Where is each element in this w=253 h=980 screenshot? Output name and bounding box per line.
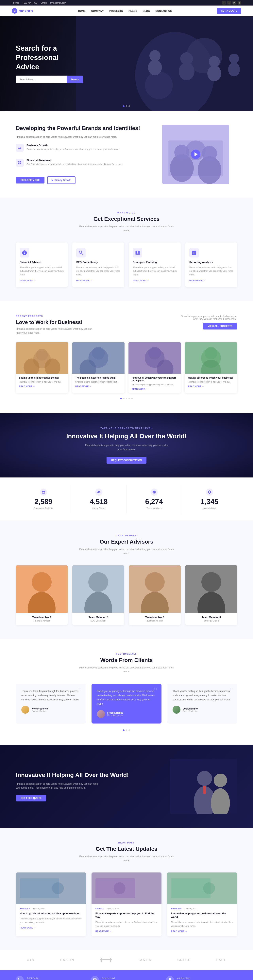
services-header: WHAT WE DO Get Exceptional Services Fina…: [16, 212, 237, 232]
facebook-icon[interactable]: f: [222, 1, 226, 5]
projects-right-text: Financial experts support to help you to…: [178, 315, 237, 320]
team-header: TEAM MEMBER Our Expert Advisors Financia…: [16, 534, 237, 555]
strategy-icon: [133, 248, 143, 258]
svg-point-41: [32, 572, 51, 592]
team-member-1: Team Member 1 Financial Advisor: [16, 565, 67, 625]
project-link-2[interactable]: READ MORE →: [75, 385, 122, 388]
project-info-3: Find out all which way you can support o…: [128, 374, 181, 393]
testimonial-2-text: Thank you for putting us through the bus…: [97, 689, 156, 706]
hero-search-input[interactable]: [16, 76, 67, 83]
logo[interactable]: M mexpro: [12, 8, 33, 14]
linkedin-icon[interactable]: li: [238, 1, 241, 5]
project-desc-3: Financial experts support to help you to…: [131, 383, 178, 386]
get-free-quote-button[interactable]: GET FREE QUOTE: [16, 795, 46, 802]
project-title-1: Setting up the right creative theme!: [19, 377, 65, 379]
play-button[interactable]: [191, 150, 200, 159]
about-features: Business Growth Financial experts suppor…: [16, 144, 150, 171]
proj-dot-1[interactable]: [120, 398, 122, 399]
hero-search-button[interactable]: Search: [67, 76, 83, 83]
project-card-2: FINANCE The Financial experts creative t…: [72, 342, 125, 393]
testimonial-2-role: Marketing Director: [107, 714, 123, 716]
footer-address-label: Visit Our Office: [177, 977, 200, 979]
project-image-3: BRANDING: [128, 342, 181, 374]
nav-contact[interactable]: Contact Us: [155, 10, 172, 13]
feature-1-title: Business Growth: [27, 144, 119, 147]
testimonials-title: Words From Clients: [16, 657, 237, 663]
cta-mid-section: TAKE YOUR BRANDS TO NEXT LEVEL Innovativ…: [0, 413, 253, 477]
hero-dot-3[interactable]: [128, 105, 130, 107]
blog-link-3[interactable]: READ MORE →: [171, 930, 233, 932]
request-consultation-button[interactable]: REQUEST CONSULTATION: [107, 457, 146, 464]
test-dot-3[interactable]: [128, 729, 130, 731]
footer-cta-address-text: Visit Our Office 123 To The Avenue: [177, 977, 200, 980]
project-title-2: The Financial experts creative them!: [75, 377, 122, 379]
blog-image-2: [91, 872, 162, 904]
blog-link-2[interactable]: READ MORE →: [96, 930, 158, 932]
brand-logo-1: G+N: [27, 958, 34, 962]
view-all-projects-button[interactable]: VIEW ALL PROJECTS: [203, 323, 237, 329]
proj-dot-2[interactable]: [123, 398, 125, 399]
nav-blog[interactable]: Blog: [143, 10, 150, 13]
svg-rect-57: [203, 786, 206, 794]
svg-rect-69: [110, 958, 111, 962]
stat-1-number: 2,589: [20, 498, 67, 506]
blog-subtitle: Financial experts support to help you to…: [77, 854, 176, 862]
instagram-icon[interactable]: in: [232, 1, 236, 5]
project-image-4: COMPANY: [185, 342, 237, 374]
hero-background-image: [76, 16, 253, 111]
project-link-3[interactable]: READ MORE →: [131, 388, 178, 390]
project-link-4[interactable]: READ MORE →: [188, 385, 234, 388]
hero-content: Search for a Professional Advice Search: [0, 44, 99, 83]
team-member-3-name: Team Member 3: [132, 616, 178, 619]
testimonial-3-avatar: [173, 706, 181, 714]
svg-rect-13: [20, 161, 21, 162]
team-member-2-info: Team Member 2 SEO Consultant: [72, 612, 124, 625]
team-member-1-role: Financial Advisor: [19, 619, 64, 622]
stat-2-number: 4,518: [75, 498, 122, 506]
svg-rect-12: [18, 161, 19, 162]
test-dot-2[interactable]: [126, 729, 127, 731]
blog-tag: BLOG POST: [16, 842, 237, 844]
svg-point-5: [149, 50, 160, 61]
proj-dot-3[interactable]: [126, 398, 127, 399]
service-3-link[interactable]: READ MORE →: [133, 279, 177, 282]
nav-projects[interactable]: Projects: [109, 10, 123, 13]
phone-label: Phone:: [12, 2, 19, 4]
svg-point-66: [203, 882, 215, 894]
projects-grid: BUSINESS Setting up the right creative t…: [16, 342, 237, 393]
stat-1-label: Completed Projects: [20, 507, 67, 509]
services-section: WHAT WE DO Get Exceptional Services Fina…: [0, 198, 253, 301]
service-1-link[interactable]: READ MORE →: [20, 279, 64, 282]
service-2-link[interactable]: READ MORE →: [76, 279, 120, 282]
stat-4-number: 1,345: [186, 498, 233, 506]
about-buttons: EXPLORE MORE ▶ Sidney Growth: [16, 177, 150, 184]
projects-header-left: RECENT PROJECTS Love to Work for Busines…: [16, 315, 95, 335]
explore-more-button[interactable]: EXPLORE MORE: [16, 177, 45, 183]
hero-dot-2[interactable]: [126, 105, 127, 107]
project-link-1[interactable]: READ MORE →: [19, 385, 65, 388]
cta-tag: TAKE YOUR BRANDS TO NEXT LEVEL: [16, 427, 237, 430]
team-member-2: Team Member 2 SEO Consultant: [72, 565, 124, 625]
nav-company[interactable]: Company: [91, 10, 104, 13]
service-4-link[interactable]: READ MORE →: [189, 279, 233, 282]
proj-dot-4[interactable]: [128, 398, 130, 399]
test-dot-1[interactable]: [123, 729, 125, 731]
blog-link-1[interactable]: READ MORE →: [20, 926, 82, 929]
twitter-icon[interactable]: t: [227, 1, 231, 5]
team-member-4: Team Member 4 Strategy Expert: [186, 565, 237, 625]
video-button[interactable]: ▶ Sidney Growth: [47, 177, 76, 184]
nav-pages[interactable]: Pages: [128, 10, 137, 13]
team-member-4-name: Team Member 4: [189, 616, 234, 619]
services-title: Get Exceptional Services: [16, 216, 237, 222]
hero-dot-1[interactable]: [123, 105, 125, 107]
project-title-4: Making difference which your business!: [188, 377, 234, 379]
proj-dot-5[interactable]: [131, 398, 133, 399]
reporting-icon: [189, 248, 199, 258]
blog-title-3: Innovative helping your business all ove…: [171, 912, 233, 919]
financial-statement-icon: [16, 159, 24, 167]
service-4-title: Reporting Analysis: [189, 261, 233, 264]
cta-bottom-description: Financial experts support to help you to…: [16, 782, 99, 790]
quote-button[interactable]: Get A Quote: [217, 8, 241, 14]
testimonial-3-author-info: Joel Alentino Brand Strategist: [183, 707, 198, 712]
nav-home[interactable]: Home: [78, 10, 86, 13]
